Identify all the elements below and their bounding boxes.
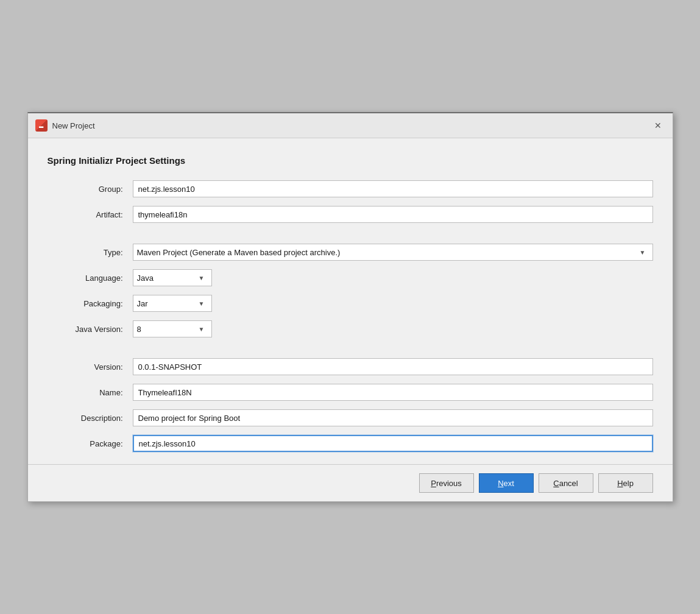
form-grid: Group: Artifact: Type: Maven Project (Ge…: [48, 180, 653, 452]
app-icon: 🗕: [35, 119, 48, 132]
section-title: Spring Initializr Project Settings: [48, 155, 653, 166]
previous-button[interactable]: Previous: [419, 473, 474, 493]
package-input[interactable]: [133, 435, 653, 452]
language-dropdown-arrow: ▼: [196, 270, 208, 286]
packaging-select-value: Jar: [137, 299, 196, 308]
description-input[interactable]: [133, 409, 653, 426]
type-dropdown-arrow: ▼: [637, 244, 649, 260]
spacer-2: [48, 346, 127, 350]
java-version-label: Java Version:: [48, 325, 127, 334]
dialog-content: Spring Initializr Project Settings Group…: [28, 138, 673, 464]
version-input[interactable]: [133, 358, 653, 375]
description-label-text: Description:: [81, 414, 123, 423]
title-bar: 🗕 New Project ✕: [28, 113, 673, 138]
spacer-1b: [133, 231, 653, 235]
java-version-select-value: 8: [137, 325, 196, 334]
group-label-text: Group:: [99, 185, 123, 194]
packaging-label: Packaging:: [48, 299, 127, 308]
next-button-label: Next: [498, 479, 514, 488]
new-project-dialog: 🗕 New Project ✕ Spring Initializr Projec…: [27, 112, 673, 502]
language-label: Language:: [48, 273, 127, 283]
group-label: Group:: [48, 185, 127, 194]
language-select-value: Java: [137, 273, 196, 283]
spacer-1: [48, 231, 127, 235]
name-input[interactable]: [133, 384, 653, 401]
group-input[interactable]: [133, 180, 653, 197]
help-button[interactable]: Help: [598, 473, 653, 493]
name-label-text: Name:: [99, 388, 122, 397]
next-button[interactable]: Next: [479, 473, 534, 493]
artifact-label: Artifact:: [48, 210, 127, 219]
dialog-footer: Previous Next Cancel Help: [28, 464, 673, 501]
dialog-title: New Project: [52, 121, 95, 130]
spacer-2b: [133, 346, 653, 350]
cancel-button-label: Cancel: [553, 479, 578, 488]
type-label: Type:: [48, 248, 127, 257]
version-label-text: Version:: [94, 362, 123, 372]
title-bar-left: 🗕 New Project: [35, 119, 95, 132]
package-label: Package:: [48, 439, 127, 448]
java-version-label-text: Java Version:: [75, 325, 122, 334]
java-version-dropdown-arrow: ▼: [196, 321, 208, 337]
name-label: Name:: [48, 388, 127, 397]
packaging-label-text: Packaging:: [83, 299, 122, 308]
version-label: Version:: [48, 362, 127, 372]
java-version-select[interactable]: 8 ▼: [133, 320, 212, 337]
previous-button-label: Previous: [431, 479, 462, 488]
artifact-label-text: Artifact:: [96, 210, 122, 219]
close-button[interactable]: ✕: [651, 118, 665, 133]
packaging-select[interactable]: Jar ▼: [133, 295, 212, 312]
cancel-button[interactable]: Cancel: [539, 473, 593, 493]
type-label-text: Type:: [104, 248, 123, 257]
help-button-label: Help: [617, 479, 634, 488]
type-select-value: Maven Project (Generate a Maven based pr…: [137, 248, 637, 257]
description-label: Description:: [48, 414, 127, 423]
language-label-text: Language:: [85, 273, 122, 283]
artifact-input[interactable]: [133, 206, 653, 223]
package-label-text: Package:: [90, 439, 122, 448]
packaging-dropdown-arrow: ▼: [196, 295, 208, 311]
language-select[interactable]: Java ▼: [133, 269, 212, 286]
type-select[interactable]: Maven Project (Generate a Maven based pr…: [133, 244, 653, 261]
